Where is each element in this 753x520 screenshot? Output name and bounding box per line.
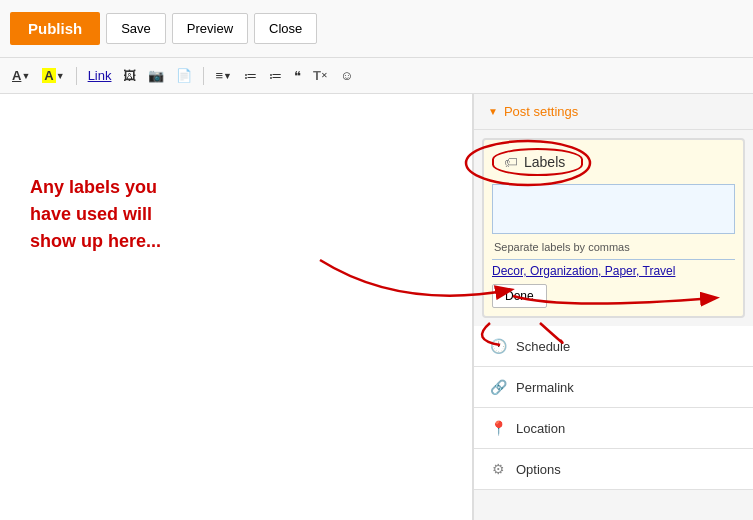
insert-image-button[interactable]: 🖼	[119, 66, 140, 85]
annotation-text: Any labels you have used will show up he…	[30, 174, 161, 255]
close-button[interactable]: Close	[254, 13, 317, 44]
highlight-icon: A	[42, 68, 55, 83]
options-label: Options	[516, 462, 561, 477]
font-color-button[interactable]: A ▼	[8, 66, 34, 85]
labels-circled[interactable]: 🏷 Labels	[492, 148, 583, 176]
labels-section: 🏷 Labels Separate labels by commas Decor…	[482, 138, 745, 318]
sidebar-item-schedule[interactable]: 🕐 Schedule	[474, 326, 753, 367]
ul-icon: ≔	[244, 68, 257, 83]
align-icon: ≡	[215, 68, 223, 83]
save-button[interactable]: Save	[106, 13, 166, 44]
divider2	[203, 67, 204, 85]
align-arrow: ▼	[223, 71, 232, 81]
top-toolbar: Publish Save Preview Close	[0, 0, 753, 58]
emoji-button[interactable]: ☺	[336, 66, 357, 85]
font-color-icon: A	[12, 68, 21, 83]
main-area: Any labels you have used will show up he…	[0, 94, 753, 520]
label-tag-icon: 🏷	[504, 154, 518, 170]
ol-button[interactable]: ≔	[265, 66, 286, 85]
link-icon: Link	[88, 68, 112, 83]
sidebar-item-options[interactable]: ⚙ Options	[474, 449, 753, 490]
suggested-labels-row: Decor, Organization, Paper, Travel	[492, 259, 735, 278]
options-icon: ⚙	[490, 461, 506, 477]
collapse-triangle-icon: ▼	[488, 106, 498, 117]
quote-button[interactable]: ❝	[290, 66, 305, 85]
sidebar-items: 🕐 Schedule 🔗 Permalink 📍 Location ⚙ Opti…	[474, 326, 753, 490]
labels-input[interactable]	[492, 184, 735, 234]
permalink-label: Permalink	[516, 380, 574, 395]
ul-button[interactable]: ≔	[240, 66, 261, 85]
align-button[interactable]: ≡ ▼	[211, 66, 236, 85]
special-icon: 📄	[176, 68, 192, 83]
divider1	[76, 67, 77, 85]
done-button[interactable]: Done	[492, 284, 547, 308]
ol-icon: ≔	[269, 68, 282, 83]
post-settings-label: Post settings	[504, 104, 578, 119]
emoji-icon: ☺	[340, 68, 353, 83]
preview-button[interactable]: Preview	[172, 13, 248, 44]
insert-video-button[interactable]: 📷	[144, 66, 168, 85]
location-label: Location	[516, 421, 565, 436]
schedule-label: Schedule	[516, 339, 570, 354]
dropdown-arrow-icon2: ▼	[56, 71, 65, 81]
bg-color-button[interactable]: A ▼	[38, 66, 68, 85]
schedule-icon: 🕐	[490, 338, 506, 354]
labels-label: Labels	[524, 154, 565, 170]
dropdown-arrow-icon: ▼	[21, 71, 30, 81]
suggested-labels[interactable]: Decor, Organization, Paper, Travel	[492, 264, 675, 278]
image-icon: 🖼	[123, 68, 136, 83]
editor-area[interactable]: Any labels you have used will show up he…	[0, 94, 473, 520]
link-button[interactable]: Link	[84, 66, 116, 85]
publish-button[interactable]: Publish	[10, 12, 100, 45]
location-icon: 📍	[490, 420, 506, 436]
permalink-icon: 🔗	[490, 379, 506, 395]
remove-format-icon: T	[313, 68, 321, 83]
remove-format-button[interactable]: T ✕	[309, 66, 332, 85]
labels-hint: Separate labels by commas	[492, 241, 735, 253]
video-icon: 📷	[148, 68, 164, 83]
quote-icon: ❝	[294, 68, 301, 83]
post-settings-header[interactable]: ▼ Post settings	[474, 94, 753, 130]
sidebar: ▼ Post settings 🏷 Labels Separate labels…	[473, 94, 753, 520]
labels-header-row: 🏷 Labels	[492, 148, 735, 176]
sidebar-item-location[interactable]: 📍 Location	[474, 408, 753, 449]
sidebar-item-permalink[interactable]: 🔗 Permalink	[474, 367, 753, 408]
format-toolbar: A ▼ A ▼ Link 🖼 📷 📄 ≡ ▼ ≔ ≔ ❝ T ✕	[0, 58, 753, 94]
insert-special-button[interactable]: 📄	[172, 66, 196, 85]
remove-x: ✕	[321, 71, 328, 80]
